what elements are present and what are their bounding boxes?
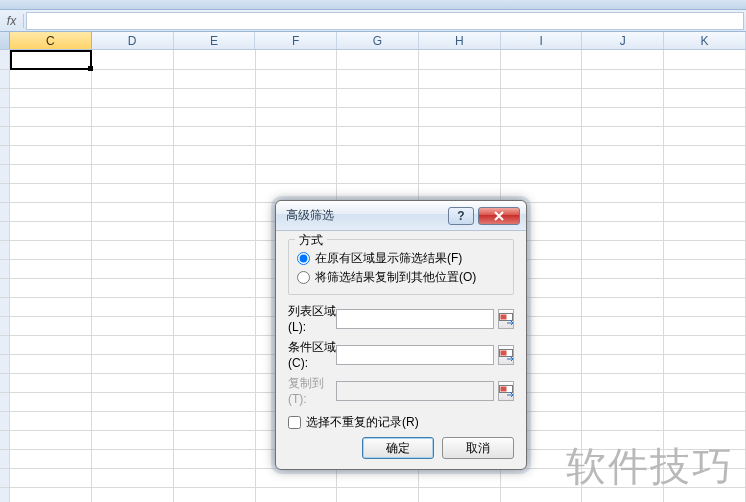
radio-copy-to-location[interactable]: 将筛选结果复制到其他位置(O) — [297, 269, 505, 286]
fx-icon[interactable]: fx — [0, 14, 24, 28]
colhead-c[interactable]: C — [10, 32, 92, 49]
group-legend: 方式 — [295, 232, 327, 249]
advanced-filter-dialog: 高级筛选 ? 方式 在原有区域显示筛选结果(F) 将筛选结果复制到其他位置(O)… — [275, 200, 527, 470]
criteria-range-label: 条件区域(C): — [288, 339, 336, 370]
action-group: 方式 在原有区域显示筛选结果(F) 将筛选结果复制到其他位置(O) — [288, 239, 514, 295]
help-button[interactable]: ? — [448, 207, 474, 225]
colhead-i[interactable]: I — [501, 32, 583, 49]
list-range-row: 列表区域(L): — [288, 303, 514, 334]
column-headers: C D E F G H I J K — [0, 32, 746, 50]
colhead-h[interactable]: H — [419, 32, 501, 49]
formula-input[interactable] — [26, 12, 744, 30]
unique-records-label: 选择不重复的记录(R) — [306, 414, 419, 431]
range-picker-icon — [499, 385, 513, 397]
range-picker-icon — [499, 349, 513, 361]
rowhead-gutter — [0, 32, 10, 49]
list-range-label: 列表区域(L): — [288, 303, 336, 334]
colhead-j[interactable]: J — [582, 32, 664, 49]
unique-records-checkbox[interactable] — [288, 416, 301, 429]
close-button[interactable] — [478, 207, 520, 225]
ribbon-edge — [0, 0, 746, 10]
copy-to-picker-button[interactable] — [498, 381, 514, 401]
criteria-range-picker-button[interactable] — [498, 345, 514, 365]
colhead-d[interactable]: D — [92, 32, 174, 49]
colhead-e[interactable]: E — [174, 32, 256, 49]
radio-filter-in-place-label: 在原有区域显示筛选结果(F) — [315, 250, 462, 267]
colhead-f[interactable]: F — [255, 32, 337, 49]
cancel-button[interactable]: 取消 — [442, 437, 514, 459]
svg-rect-3 — [501, 350, 507, 355]
criteria-range-row: 条件区域(C): — [288, 339, 514, 370]
copy-to-label: 复制到(T): — [288, 375, 336, 406]
dialog-body: 方式 在原有区域显示筛选结果(F) 将筛选结果复制到其他位置(O) 列表区域(L… — [276, 231, 526, 469]
copy-to-input — [336, 381, 494, 401]
svg-rect-1 — [501, 314, 507, 319]
dialog-titlebar[interactable]: 高级筛选 ? — [276, 201, 526, 231]
ok-button[interactable]: 确定 — [362, 437, 434, 459]
list-range-picker-button[interactable] — [498, 309, 514, 329]
radio-copy-to-location-input[interactable] — [297, 271, 310, 284]
range-picker-icon — [499, 313, 513, 325]
radio-filter-in-place[interactable]: 在原有区域显示筛选结果(F) — [297, 250, 505, 267]
close-icon — [493, 210, 505, 222]
list-range-input[interactable] — [336, 309, 494, 329]
copy-to-row: 复制到(T): — [288, 375, 514, 406]
radio-filter-in-place-input[interactable] — [297, 252, 310, 265]
dialog-button-row: 确定 取消 — [288, 437, 514, 459]
unique-records-checkbox-row[interactable]: 选择不重复的记录(R) — [288, 414, 514, 431]
colhead-k[interactable]: K — [664, 32, 746, 49]
dialog-title: 高级筛选 — [286, 207, 444, 224]
criteria-range-input[interactable] — [336, 345, 494, 365]
formula-bar: fx — [0, 10, 746, 32]
worksheet[interactable]: C D E F G H I J K 软件技巧 高级筛选 ? 方式 在原有区域显示… — [0, 32, 746, 502]
colhead-g[interactable]: G — [337, 32, 419, 49]
svg-rect-5 — [501, 386, 507, 391]
radio-copy-to-location-label: 将筛选结果复制到其他位置(O) — [315, 269, 476, 286]
